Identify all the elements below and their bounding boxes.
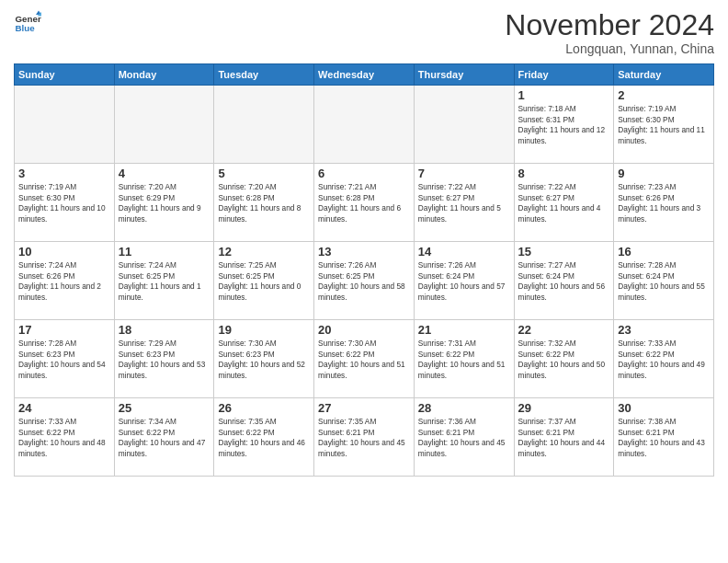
day-info: Sunrise: 7:32 AM Sunset: 6:22 PM Dayligh… [518,339,610,381]
calendar-cell [114,86,214,164]
day-number: 13 [318,245,410,259]
day-info: Sunrise: 7:29 AM Sunset: 6:23 PM Dayligh… [119,339,210,381]
day-number: 17 [18,323,110,337]
calendar-cell: 27Sunrise: 7:35 AM Sunset: 6:21 PM Dayli… [314,398,415,477]
calendar-cell: 8Sunrise: 7:22 AM Sunset: 6:27 PM Daylig… [514,164,614,242]
calendar-cell: 12Sunrise: 7:25 AM Sunset: 6:25 PM Dayli… [214,242,314,320]
calendar-cell: 11Sunrise: 7:24 AM Sunset: 6:25 PM Dayli… [114,242,214,320]
weekday-header-wednesday: Wednesday [314,64,415,86]
calendar-cell: 29Sunrise: 7:37 AM Sunset: 6:21 PM Dayli… [514,398,614,477]
day-number: 28 [418,401,510,415]
day-info: Sunrise: 7:30 AM Sunset: 6:23 PM Dayligh… [218,339,310,381]
day-number: 11 [119,245,210,259]
day-info: Sunrise: 7:26 AM Sunset: 6:25 PM Dayligh… [318,260,410,303]
day-info: Sunrise: 7:33 AM Sunset: 6:22 PM Dayligh… [618,339,710,381]
day-number: 27 [318,401,410,415]
calendar-cell: 2Sunrise: 7:19 AM Sunset: 6:30 PM Daylig… [614,86,714,164]
calendar-cell: 25Sunrise: 7:34 AM Sunset: 6:22 PM Dayli… [114,398,214,477]
calendar-cell: 30Sunrise: 7:38 AM Sunset: 6:21 PM Dayli… [614,398,714,477]
day-info: Sunrise: 7:24 AM Sunset: 6:26 PM Dayligh… [18,260,110,303]
weekday-header-monday: Monday [114,64,214,86]
weekday-header-friday: Friday [514,64,614,86]
day-info: Sunrise: 7:22 AM Sunset: 6:27 PM Dayligh… [418,182,510,224]
day-info: Sunrise: 7:33 AM Sunset: 6:22 PM Dayligh… [18,417,110,459]
calendar-cell: 6Sunrise: 7:21 AM Sunset: 6:28 PM Daylig… [314,164,415,242]
day-number: 21 [418,323,510,337]
calendar-cell: 3Sunrise: 7:19 AM Sunset: 6:30 PM Daylig… [15,164,115,242]
day-info: Sunrise: 7:28 AM Sunset: 6:24 PM Dayligh… [618,260,710,303]
day-number: 30 [618,401,710,415]
day-number: 19 [218,323,310,337]
day-info: Sunrise: 7:22 AM Sunset: 6:27 PM Dayligh… [518,182,610,224]
day-info: Sunrise: 7:35 AM Sunset: 6:22 PM Dayligh… [218,417,310,459]
calendar-cell: 18Sunrise: 7:29 AM Sunset: 6:23 PM Dayli… [114,320,214,398]
day-number: 12 [218,245,310,259]
day-number: 23 [618,323,710,337]
calendar-cell: 14Sunrise: 7:26 AM Sunset: 6:24 PM Dayli… [414,242,514,320]
calendar-cell: 16Sunrise: 7:28 AM Sunset: 6:24 PM Dayli… [614,242,714,320]
day-number: 15 [518,245,610,259]
day-number: 9 [618,167,710,180]
weekday-header-thursday: Thursday [414,64,514,86]
location-subtitle: Longquan, Yunnan, China [505,41,714,56]
day-number: 10 [18,245,110,259]
calendar-cell [414,86,514,164]
day-number: 8 [518,167,610,180]
day-info: Sunrise: 7:18 AM Sunset: 6:31 PM Dayligh… [518,104,610,146]
calendar-cell: 22Sunrise: 7:32 AM Sunset: 6:22 PM Dayli… [514,320,614,398]
day-info: Sunrise: 7:37 AM Sunset: 6:21 PM Dayligh… [518,417,610,459]
calendar-cell: 9Sunrise: 7:23 AM Sunset: 6:26 PM Daylig… [614,164,714,242]
day-info: Sunrise: 7:38 AM Sunset: 6:21 PM Dayligh… [618,417,710,459]
weekday-header-saturday: Saturday [614,64,714,86]
calendar-cell [15,86,115,164]
day-number: 4 [119,167,210,180]
week-row-5: 24Sunrise: 7:33 AM Sunset: 6:22 PM Dayli… [15,398,714,477]
calendar-cell: 24Sunrise: 7:33 AM Sunset: 6:22 PM Dayli… [15,398,115,477]
calendar-cell: 21Sunrise: 7:31 AM Sunset: 6:22 PM Dayli… [414,320,514,398]
day-info: Sunrise: 7:36 AM Sunset: 6:21 PM Dayligh… [418,417,510,459]
day-info: Sunrise: 7:27 AM Sunset: 6:24 PM Dayligh… [518,260,610,303]
weekday-header-sunday: Sunday [15,64,115,86]
week-row-4: 17Sunrise: 7:28 AM Sunset: 6:23 PM Dayli… [15,320,714,398]
calendar-cell: 1Sunrise: 7:18 AM Sunset: 6:31 PM Daylig… [514,86,614,164]
calendar-cell: 13Sunrise: 7:26 AM Sunset: 6:25 PM Dayli… [314,242,415,320]
day-info: Sunrise: 7:28 AM Sunset: 6:23 PM Dayligh… [18,339,110,381]
weekday-header-tuesday: Tuesday [214,64,314,86]
day-info: Sunrise: 7:31 AM Sunset: 6:22 PM Dayligh… [418,339,510,381]
title-block: November 2024 Longquan, Yunnan, China [505,9,714,56]
day-info: Sunrise: 7:25 AM Sunset: 6:25 PM Dayligh… [218,260,310,303]
calendar-cell: 23Sunrise: 7:33 AM Sunset: 6:22 PM Dayli… [614,320,714,398]
calendar-table: SundayMondayTuesdayWednesdayThursdayFrid… [14,63,714,477]
day-info: Sunrise: 7:26 AM Sunset: 6:24 PM Dayligh… [418,260,510,303]
calendar-cell: 10Sunrise: 7:24 AM Sunset: 6:26 PM Dayli… [15,242,115,320]
day-number: 22 [518,323,610,337]
calendar-cell: 26Sunrise: 7:35 AM Sunset: 6:22 PM Dayli… [214,398,314,477]
calendar-cell: 4Sunrise: 7:20 AM Sunset: 6:29 PM Daylig… [114,164,214,242]
day-number: 5 [218,167,310,180]
calendar-container: General Blue November 2024 Longquan, Yun… [0,0,728,481]
day-number: 24 [18,401,110,415]
day-number: 7 [418,167,510,180]
day-number: 3 [18,167,110,180]
day-number: 26 [218,401,310,415]
weekday-header-row: SundayMondayTuesdayWednesdayThursdayFrid… [15,64,714,86]
day-info: Sunrise: 7:19 AM Sunset: 6:30 PM Dayligh… [18,182,110,224]
day-number: 6 [318,167,410,180]
header: General Blue November 2024 Longquan, Yun… [14,9,714,56]
day-number: 16 [618,245,710,259]
calendar-cell [214,86,314,164]
day-info: Sunrise: 7:20 AM Sunset: 6:29 PM Dayligh… [119,182,210,224]
calendar-cell: 17Sunrise: 7:28 AM Sunset: 6:23 PM Dayli… [15,320,115,398]
week-row-1: 1Sunrise: 7:18 AM Sunset: 6:31 PM Daylig… [15,86,714,164]
logo-icon: General Blue [14,9,41,37]
calendar-cell: 20Sunrise: 7:30 AM Sunset: 6:22 PM Dayli… [314,320,415,398]
day-info: Sunrise: 7:21 AM Sunset: 6:28 PM Dayligh… [318,182,410,224]
day-number: 2 [618,88,710,102]
calendar-cell: 7Sunrise: 7:22 AM Sunset: 6:27 PM Daylig… [414,164,514,242]
logo: General Blue [14,9,41,37]
month-title: November 2024 [505,9,714,41]
calendar-cell [314,86,415,164]
calendar-cell: 15Sunrise: 7:27 AM Sunset: 6:24 PM Dayli… [514,242,614,320]
svg-text:Blue: Blue [16,23,36,33]
day-info: Sunrise: 7:19 AM Sunset: 6:30 PM Dayligh… [618,104,710,146]
